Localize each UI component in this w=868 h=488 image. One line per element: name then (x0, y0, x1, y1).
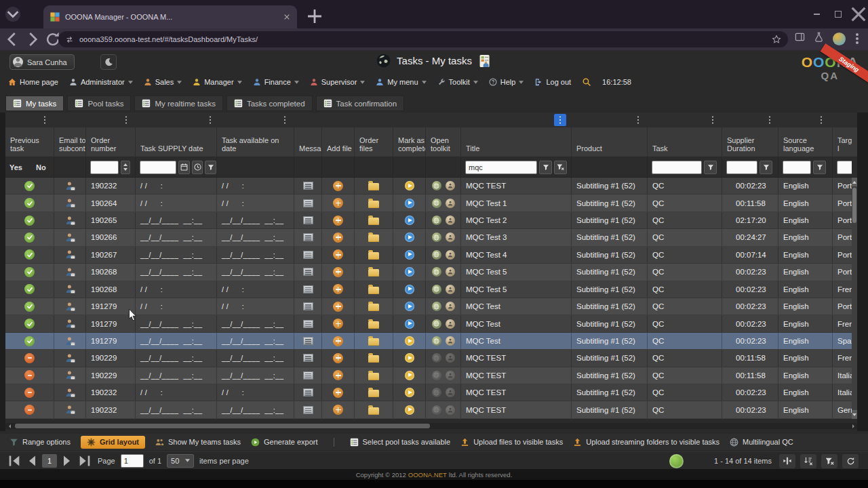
title-clear-funnel-icon[interactable] (554, 161, 567, 174)
user-chip[interactable]: Sara Cunha (9, 54, 75, 70)
scroll-right-arrow[interactable] (849, 423, 857, 429)
column-menu-button[interactable] (815, 114, 827, 126)
mark-complete-play-icon[interactable] (405, 216, 414, 225)
column-menu-button[interactable] (632, 114, 644, 126)
column-header-source-language[interactable]: Source language (778, 127, 833, 157)
email-subcontractor-icon[interactable] (65, 353, 75, 363)
mark-complete-play-icon[interactable] (405, 319, 414, 329)
folder-icon[interactable] (368, 287, 379, 294)
folder-icon[interactable] (368, 390, 379, 397)
date-placeholder[interactable]: / / : (140, 285, 163, 293)
duration-filter-input[interactable] (726, 161, 757, 174)
tab-my-tasks[interactable]: My tasks (5, 96, 64, 111)
task-filter-input[interactable] (652, 161, 702, 174)
column-menu-button[interactable] (764, 114, 776, 126)
toolbar-item-grid-layout[interactable]: Grid layout (81, 436, 145, 449)
email-subcontractor-icon[interactable] (65, 388, 75, 398)
message-icon[interactable] (303, 251, 313, 259)
add-file-icon[interactable] (333, 198, 343, 208)
previous-page-button[interactable] (24, 454, 39, 468)
toolbar-item-range-options[interactable]: Range options (9, 438, 71, 447)
mark-complete-play-icon[interactable] (405, 285, 414, 294)
column-header-mark-as-complete[interactable]: Mark as complete (393, 127, 426, 157)
column-header-title[interactable]: Title (461, 127, 572, 157)
toolkit-globe-icon[interactable] (432, 388, 441, 397)
date-placeholder[interactable]: / / : (222, 302, 244, 310)
table-row[interactable]: 190268__/__/____ __:____/__/____ __:__MQ… (5, 264, 857, 281)
date-placeholder[interactable]: / / : (140, 199, 163, 207)
next-page-button[interactable] (60, 454, 75, 468)
add-file-icon[interactable] (333, 353, 343, 363)
date-placeholder[interactable]: __/__/____ __:__ (222, 268, 283, 276)
email-subcontractor-icon[interactable] (65, 232, 75, 243)
date-placeholder[interactable]: / / : (140, 302, 163, 310)
email-subcontractor-icon[interactable] (65, 181, 75, 191)
address-bar[interactable]: ooona359.ooona-test.net/#/tasksDashboard… (58, 31, 788, 47)
table-row[interactable]: 190265__/__/____ __:____/__/____ __:__MQ… (5, 212, 857, 229)
toolkit-person-icon[interactable] (446, 199, 455, 208)
email-subcontractor-icon[interactable] (65, 198, 75, 208)
folder-icon[interactable] (368, 304, 379, 311)
date-placeholder[interactable]: __/__/____ __:__ (222, 216, 283, 224)
tab-tasks-completed[interactable]: Tasks completed (226, 96, 313, 111)
email-subcontractor-icon[interactable] (65, 336, 75, 346)
table-row[interactable]: 191279__/__/____ __:____/__/____ __:__MQ… (5, 333, 857, 350)
scroll-up-arrow[interactable] (852, 178, 857, 186)
date-placeholder[interactable]: __/__/____ __:__ (222, 406, 283, 414)
column-header-product[interactable]: Product (572, 127, 648, 157)
menu-item-finance[interactable]: Finance (253, 78, 299, 86)
folder-icon[interactable] (368, 235, 379, 242)
folder-icon[interactable] (368, 218, 379, 225)
toolkit-globe-icon[interactable] (432, 267, 441, 277)
table-row[interactable]: 190266__/__/____ __:____/__/____ __:__MQ… (5, 229, 857, 246)
browser-tab[interactable]: OOONA Manager - OOONA M... (43, 5, 297, 28)
toolkit-person-icon[interactable] (446, 405, 455, 415)
date-placeholder[interactable]: / / : (222, 182, 244, 190)
column-menu-button[interactable] (707, 114, 719, 126)
clock-icon[interactable] (192, 161, 203, 174)
table-row[interactable]: 190267__/__/____ __:____/__/____ __:__MQ… (5, 247, 857, 264)
date-placeholder[interactable]: __/__/____ __:__ (140, 354, 202, 362)
window-close-button[interactable] (849, 7, 868, 22)
date-placeholder[interactable]: __/__/____ __:__ (222, 320, 283, 328)
toolbar-item-show-my-teams-tasks[interactable]: Show My teams tasks (155, 438, 241, 447)
new-tab-button[interactable] (307, 8, 323, 24)
scroll-down-arrow[interactable] (852, 410, 857, 419)
add-file-icon[interactable] (333, 232, 343, 243)
add-file-icon[interactable] (333, 405, 343, 415)
column-header-order-number[interactable]: Order number (86, 127, 136, 157)
toolkit-person-icon[interactable] (446, 302, 455, 311)
table-row[interactable]: 190229__/__/____ __:____/__/____ __:__MQ… (5, 367, 857, 384)
toolkit-globe-icon[interactable] (432, 250, 441, 260)
refresh-button[interactable] (842, 454, 859, 468)
menu-item-manager[interactable]: Manager (193, 78, 241, 86)
mark-complete-play-icon[interactable] (405, 371, 414, 380)
clear-sort-button[interactable] (800, 454, 816, 468)
date-placeholder[interactable]: / / : (222, 199, 244, 207)
toolkit-globe-icon[interactable] (432, 302, 441, 311)
table-row[interactable]: 190268/ / :/ / :MQC Test 5Subtitling #1 … (5, 281, 857, 298)
window-maximize-button[interactable] (829, 7, 848, 22)
page-number-input[interactable] (121, 454, 144, 468)
email-subcontractor-icon[interactable] (65, 284, 75, 294)
toolkit-globe-icon[interactable] (432, 371, 441, 380)
column-menu-button[interactable] (554, 114, 566, 126)
calendar-icon[interactable] (178, 161, 190, 174)
mark-complete-play-icon[interactable] (405, 181, 414, 190)
toolkit-person-icon[interactable] (446, 371, 455, 380)
message-icon[interactable] (303, 388, 313, 396)
message-icon[interactable] (303, 216, 313, 224)
toolkit-globe-icon[interactable] (432, 199, 441, 208)
toolbar-item-upload-files-to-visible-tasks[interactable]: Upload files to visible tasks (460, 438, 563, 447)
menu-item-sales[interactable]: Sales (144, 78, 182, 86)
last-page-button[interactable] (77, 454, 92, 468)
toolkit-person-icon[interactable] (446, 250, 455, 260)
folder-icon[interactable] (368, 373, 379, 380)
toolkit-globe-icon[interactable] (432, 216, 441, 225)
page-size-select[interactable]: 50 (167, 454, 194, 468)
supply-date-filter-input[interactable] (140, 161, 176, 174)
duration-funnel-icon[interactable] (760, 161, 772, 174)
task-funnel-icon[interactable] (704, 161, 717, 174)
folder-icon[interactable] (368, 407, 379, 415)
toolkit-globe-icon[interactable] (432, 353, 441, 363)
